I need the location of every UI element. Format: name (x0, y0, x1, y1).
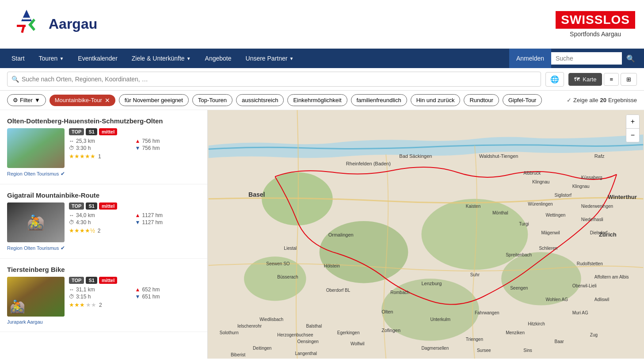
svg-text:Büsserach: Büsserach (277, 275, 298, 279)
stat-distance-1: ↔ 25,3 km (69, 138, 134, 144)
login-button[interactable]: Anmelden (509, 49, 551, 68)
svg-text:Wolfwil: Wolfwil (351, 341, 365, 346)
svg-text:Hölstein: Hölstein (324, 264, 340, 268)
svg-text:Suhr: Suhr (470, 272, 480, 277)
svg-text:Affoltern am Albis: Affoltern am Albis (594, 275, 629, 279)
filter-chip-0[interactable]: für November geeignet (119, 94, 189, 106)
svg-text:Seewen SO: Seewen SO (266, 261, 290, 266)
filter-chip-3[interactable]: Einkehrmöglichkeit (287, 94, 347, 106)
svg-text:Biberist: Biberist (231, 352, 246, 357)
badge-mittel-2: mittel (99, 202, 117, 210)
nav-angebote[interactable]: Angebote (198, 49, 239, 68)
logo-area: Aargau (9, 9, 97, 40)
stat-descent-1: ▼ 756 hm (135, 145, 201, 151)
zoom-in-button[interactable]: + (626, 115, 639, 129)
filter-chip-6[interactable]: Rundtour (464, 94, 499, 106)
badge-top-1: TOP (69, 128, 84, 135)
svg-text:Niederweningen: Niederweningen (581, 204, 613, 209)
filter-chip-5[interactable]: Hin und zurück (411, 94, 461, 106)
active-filter-tag[interactable]: Mountainbike-Tour ✕ (50, 95, 115, 106)
search-input[interactable] (7, 72, 541, 87)
grid-view-button[interactable]: ⊞ (621, 73, 637, 86)
badge-mittel-1: mittel (99, 128, 117, 135)
svg-text:Zug
      Männedorf
      Wäde: Zug Männedorf Wädenswil Kloten Kollbrunn… (590, 332, 598, 337)
tour-body-1: TOP S1 mittel ↔ 25,3 km ▲ 756 hm (7, 128, 200, 168)
stat-duration-3: ⏱ 3:15 h (69, 294, 134, 300)
badge-s1-1: S1 (86, 128, 97, 135)
svg-text:Würenlingen: Würenlingen (528, 202, 553, 206)
stat-duration-1: ⏱ 3:30 h (69, 145, 134, 151)
filter-chip-4[interactable]: familienfreundlich (351, 94, 407, 106)
nav-search-input[interactable] (551, 52, 622, 65)
ascent-icon-2: ▲ (135, 212, 141, 218)
descent-icon-3: ▼ (135, 294, 141, 300)
zoom-out-button[interactable]: − (626, 129, 639, 142)
svg-text:Egerkingen: Egerkingen (337, 330, 360, 335)
stat-distance-3: ↔ 31,1 km (69, 286, 134, 293)
nav-touren[interactable]: Touren ▼ (32, 49, 71, 68)
partner-arrow: ▼ (289, 56, 293, 61)
svg-text:Liestal: Liestal (284, 246, 297, 251)
grid-icon: ⊞ (626, 76, 631, 83)
clock-icon-3: ⏱ (69, 294, 74, 300)
nav-eventkalender[interactable]: Eventkalender (71, 49, 125, 68)
map-view-button[interactable]: 🗺 Karte (568, 73, 602, 86)
svg-text:Siglistorf: Siglistorf (555, 193, 572, 198)
filter-chip-1[interactable]: Top-Touren (192, 94, 232, 106)
stat-descent-2: ▼ 1127 hm (135, 219, 201, 225)
svg-text:Wohlen AG: Wohlen AG (545, 297, 568, 302)
globe-button[interactable]: 🌐 (545, 72, 564, 87)
stat-ascent-3: ▲ 652 hm (135, 286, 201, 293)
tour-stats-2: ↔ 34,0 km ▲ 1127 hm ⏱ 4:30 h ▼ (69, 212, 200, 225)
tour-card-2[interactable]: Gigatrail Mountainbike-Route 🚵 TOP S1 mi… (0, 184, 207, 259)
tour-badges-1: TOP S1 mittel (69, 128, 200, 135)
tour-badges-2: TOP S1 mittel (69, 202, 200, 210)
tour-title-1: Olten-Dottenberg-Hauenstein-Schmutzberg-… (7, 117, 200, 125)
nav-right: Anmelden 🔍 (509, 49, 640, 68)
descent-icon-1: ▼ (135, 145, 141, 151)
svg-text:Langenthal: Langenthal (295, 351, 317, 356)
svg-text:Lenzburg: Lenzburg (421, 281, 442, 286)
nav-search-button[interactable]: 🔍 (622, 49, 640, 68)
filter-chip-2[interactable]: aussichtsreich (236, 94, 284, 106)
nav-ziele[interactable]: Ziele & Unterkünfte ▼ (125, 49, 198, 68)
filter-button[interactable]: ⚙ Filter ▼ (7, 94, 46, 106)
main-content: Olten-Dottenberg-Hauenstein-Schmutzberg-… (0, 110, 644, 359)
tour-thumb-3: 🚵 (7, 277, 65, 317)
check-icon: ✓ (567, 97, 572, 103)
descent-icon-2: ▼ (135, 219, 141, 225)
svg-text:Balsthal: Balsthal (306, 324, 322, 328)
svg-text:Ormalingen: Ormalingen (328, 232, 354, 237)
svg-text:Adliswil: Adliswil (594, 297, 609, 302)
svg-text:Fahrwangen: Fahrwangen (475, 310, 499, 315)
tour-card-1[interactable]: Olten-Dottenberg-Hauenstein-Schmutzberg-… (0, 110, 207, 184)
tour-title-3: Tiersteinberg Bike (7, 266, 200, 273)
distance-icon-3: ↔ (69, 286, 74, 293)
tour-provider-3: Jurapark Aargau (7, 319, 200, 325)
svg-text:Muri AG: Muri AG (572, 310, 588, 315)
svg-text:Rudolfstetten: Rudolfstetten (577, 261, 603, 266)
tour-info-3: TOP S1 mittel ↔ 31,1 km ▲ 652 hm (69, 277, 200, 317)
tour-card-3[interactable]: Tiersteinberg Bike 🚵 TOP S1 mittel (0, 259, 207, 332)
svg-text:Mönthal: Mönthal (492, 210, 508, 215)
nav-partner[interactable]: Unsere Partner ▼ (239, 49, 301, 68)
tour-badges-3: TOP S1 mittel (69, 277, 200, 284)
clock-icon-1: ⏱ (69, 145, 74, 151)
svg-text:Hitzkirch: Hitzkirch (528, 321, 545, 326)
header: Aargau SWISSLOS Sportfonds Aargau (0, 0, 644, 49)
svg-text:Solothurn: Solothurn (220, 330, 239, 335)
nav-start[interactable]: Start (4, 49, 32, 68)
list-view-button[interactable]: ≡ (604, 73, 619, 86)
svg-text:Seengen: Seengen (510, 286, 528, 290)
stat-ascent-2: ▲ 1127 hm (135, 212, 201, 218)
svg-text:Herzogenbuchsee: Herzogenbuchsee (277, 332, 313, 337)
ascent-icon-1: ▲ (135, 138, 141, 144)
svg-text:Bad Säckingen: Bad Säckingen (399, 153, 432, 159)
stat-duration-2: ⏱ 4:30 h (69, 219, 134, 225)
filter-chip-7[interactable]: Gipfel-Tour (503, 94, 542, 106)
logo-text: Aargau (49, 16, 97, 32)
map-zoom-controls: + − (626, 115, 640, 142)
tour-list-panel: Olten-Dottenberg-Hauenstein-Schmutzberg-… (0, 110, 208, 359)
distance-icon-2: ↔ (69, 212, 74, 218)
stars-3: ★★★★★ 2 (69, 302, 200, 308)
